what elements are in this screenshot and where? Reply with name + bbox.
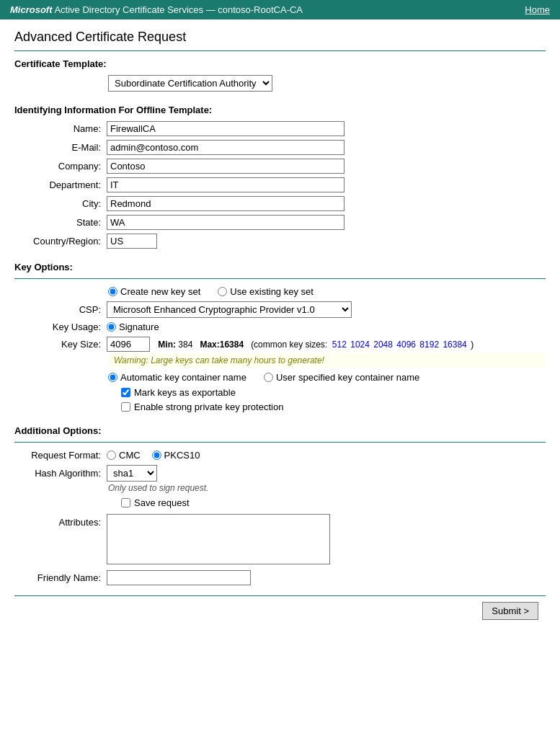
state-row: State: [14, 215, 546, 230]
keysize-2048-link[interactable]: 2048 [373, 340, 393, 350]
template-row: Subordinate Certification Authority Web … [14, 75, 546, 92]
company-label: Company: [14, 161, 101, 172]
pkcs10-label[interactable]: PKCS10 [164, 450, 200, 461]
key-size-links: 512 1024 2048 4096 8192 16384 [330, 340, 471, 350]
server-name: contoso-RootCA-CA [218, 4, 303, 15]
key-size-min-label: Min: 384 Max:16384 (common key sizes: 51… [156, 340, 474, 350]
keysize-4096-link[interactable]: 4096 [396, 340, 416, 350]
key-usage-signature-radio[interactable] [107, 322, 116, 332]
company-row: Company: [14, 159, 546, 174]
city-label: City: [14, 198, 101, 209]
additional-options-divider [14, 442, 546, 443]
additional-options-section: Additional Options: Request Format: CMC … [14, 425, 546, 585]
strong-protection-row: Enable strong private key protection [14, 402, 546, 412]
key-options-section: Key Options: Create new key set Use exis… [14, 262, 546, 412]
home-link-container[interactable]: Home [525, 4, 550, 15]
email-label: E-Mail: [14, 142, 101, 153]
cmc-label[interactable]: CMC [119, 450, 141, 461]
keysize-16384-link[interactable]: 16384 [443, 340, 466, 350]
mark-exportable-label[interactable]: Mark keys as exportable [134, 387, 236, 398]
certificate-template-label: Certificate Template: [14, 58, 546, 69]
save-request-checkbox[interactable] [121, 498, 130, 507]
strong-protection-label[interactable]: Enable strong private key protection [134, 402, 283, 412]
submit-area: Submit > [14, 595, 546, 620]
hash-algo-label: Hash Algorithm: [14, 468, 101, 479]
app-name-bold: Microsoft [10, 4, 53, 15]
hash-algo-select[interactable]: sha1 sha256 md5 [107, 465, 157, 482]
auto-container-radio[interactable] [108, 373, 117, 382]
cmc-radio[interactable] [107, 451, 116, 460]
identifying-info-label: Identifying Information For Offline Temp… [14, 105, 546, 115]
keysize-8192-link[interactable]: 8192 [419, 340, 439, 350]
friendly-name-row: Friendly Name: [14, 570, 546, 585]
key-usage-label: Key Usage: [14, 321, 101, 332]
department-label: Department: [14, 179, 101, 190]
country-row: Country/Region: [14, 234, 546, 249]
request-format-row: Request Format: CMC PKCS10 [14, 450, 546, 461]
save-request-label[interactable]: Save request [134, 497, 190, 508]
key-size-label: Key Size: [14, 339, 101, 350]
use-existing-key-label[interactable]: Use existing key set [230, 286, 314, 297]
page-title: Advanced Certificate Request [14, 30, 546, 45]
mark-exportable-checkbox[interactable] [121, 388, 130, 397]
key-options-label: Key Options: [14, 262, 546, 272]
certificate-template-section: Certificate Template: Subordinate Certif… [14, 58, 546, 92]
key-usage-row: Key Usage: Signature [14, 321, 546, 332]
key-size-links-suffix: ) [471, 340, 474, 350]
submit-button[interactable]: Submit > [482, 602, 538, 620]
user-container-radio[interactable] [264, 373, 273, 382]
state-input[interactable] [107, 215, 345, 230]
app-name-rest: Active Directory Certificate Services [53, 4, 204, 15]
friendly-name-input[interactable] [107, 570, 251, 585]
department-input[interactable] [107, 177, 345, 192]
strong-protection-checkbox[interactable] [121, 402, 130, 412]
email-input[interactable] [107, 140, 345, 155]
friendly-name-label: Friendly Name: [14, 572, 101, 583]
attributes-textarea[interactable] [107, 514, 330, 564]
identifying-info-section: Identifying Information For Offline Temp… [14, 105, 546, 249]
country-label: Country/Region: [14, 236, 101, 247]
keysize-1024-link[interactable]: 1024 [350, 340, 370, 350]
city-input[interactable] [107, 196, 345, 211]
pkcs10-radio[interactable] [152, 451, 161, 460]
hash-algo-row: Hash Algorithm: sha1 sha256 md5 [14, 465, 546, 482]
key-options-divider [14, 278, 546, 279]
additional-options-label: Additional Options: [14, 425, 546, 436]
create-new-key-radio[interactable] [108, 287, 117, 296]
user-container-label[interactable]: User specified key container name [276, 372, 419, 383]
request-format-label: Request Format: [14, 450, 101, 461]
key-set-row: Create new key set Use existing key set [14, 286, 546, 297]
key-size-input[interactable] [107, 337, 150, 352]
header-separator: — [203, 4, 218, 15]
csp-label: CSP: [14, 304, 101, 315]
key-size-row: Key Size: Min: 384 Max:16384 (common key… [14, 337, 546, 352]
container-name-row: Automatic key container name User specif… [14, 372, 546, 383]
name-label: Name: [14, 123, 101, 134]
app-header: Microsoft Active Directory Certificate S… [0, 0, 560, 19]
country-input[interactable] [107, 234, 157, 249]
department-row: Department: [14, 177, 546, 192]
create-new-key-label[interactable]: Create new key set [120, 286, 200, 297]
title-divider [14, 50, 546, 51]
main-content: Advanced Certificate Request Certificate… [0, 19, 560, 630]
key-size-warning: Warning: Large keys can take many hours … [108, 353, 546, 368]
state-label: State: [14, 217, 101, 228]
csp-select[interactable]: Microsoft Enhanced Cryptographic Provide… [107, 301, 352, 318]
name-input[interactable] [107, 121, 345, 136]
auto-container-label[interactable]: Automatic key container name [120, 372, 246, 383]
key-usage-signature-label[interactable]: Signature [119, 321, 159, 332]
certificate-template-select[interactable]: Subordinate Certification Authority Web … [108, 75, 272, 92]
home-link[interactable]: Home [525, 4, 550, 15]
use-existing-key-radio[interactable] [218, 287, 227, 296]
name-row: Name: [14, 121, 546, 136]
city-row: City: [14, 196, 546, 211]
hash-note: Only used to sign request. [108, 483, 546, 493]
key-size-common-text: (common key sizes: [251, 340, 327, 350]
attributes-row: Attributes: [14, 514, 546, 564]
keysize-512-link[interactable]: 512 [332, 340, 347, 350]
email-row: E-Mail: [14, 140, 546, 155]
company-input[interactable] [107, 159, 345, 174]
header-title: Microsoft Active Directory Certificate S… [10, 4, 303, 15]
mark-exportable-row: Mark keys as exportable [14, 387, 546, 398]
key-size-min-value: 384 [178, 340, 192, 350]
